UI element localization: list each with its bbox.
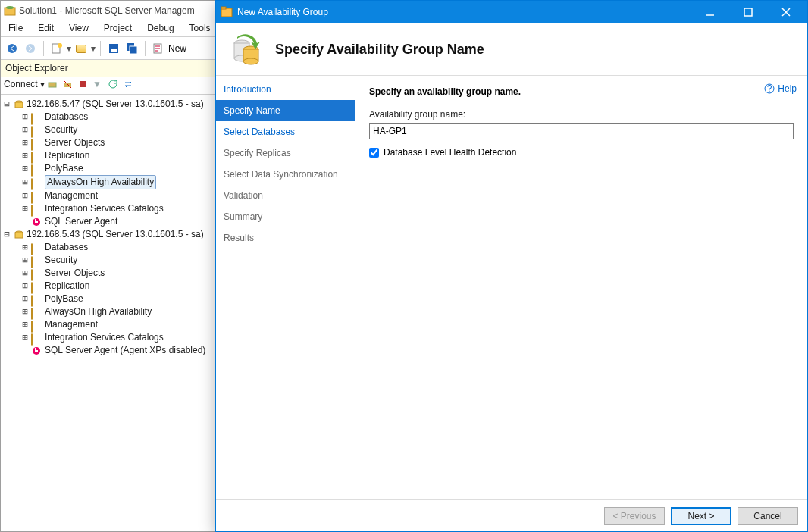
folder-icon <box>31 191 43 202</box>
menu-view[interactable]: View <box>61 20 96 36</box>
disconnect-icon[interactable] <box>62 79 76 92</box>
tree-label: SQL Server Agent <box>45 215 117 228</box>
svg-point-34 <box>243 58 258 64</box>
svg-rect-16 <box>15 102 23 108</box>
previous-button[interactable]: < Previous <box>604 507 665 525</box>
expand-icon[interactable]: ⊞ <box>20 280 30 293</box>
open-icon[interactable] <box>73 40 89 57</box>
svg-rect-11 <box>49 83 56 87</box>
folder-icon <box>31 151 43 161</box>
new-project-icon[interactable] <box>49 40 65 57</box>
dialog-title-text: New Availability Group <box>237 7 328 17</box>
wizard-step: Specify Replicas <box>216 142 355 164</box>
db-health-checkbox[interactable] <box>369 148 379 158</box>
server-icon <box>13 99 25 110</box>
folder-icon <box>31 294 43 305</box>
tree-label: Management <box>45 189 98 202</box>
folder-icon <box>31 333 43 343</box>
dialog-titlebar[interactable]: New Availability Group <box>216 1 807 23</box>
tree-label: Databases <box>45 111 88 124</box>
menu-tools[interactable]: Tools <box>182 20 218 36</box>
close-button[interactable] <box>769 2 803 23</box>
expand-icon[interactable]: ⊞ <box>20 111 30 124</box>
folder-icon <box>31 320 43 330</box>
sync-icon[interactable] <box>123 79 136 92</box>
svg-rect-9 <box>130 46 137 54</box>
wizard-step[interactable]: Introduction <box>216 79 355 100</box>
new-query-label[interactable]: New <box>168 43 186 54</box>
expand-icon[interactable]: ⊞ <box>20 149 30 162</box>
wizard-step[interactable]: Select Databases <box>216 121 355 142</box>
ssms-title-text: Solution1 - Microsoft SQL Server Managem <box>19 5 195 16</box>
wizard-content: ? Help Specify an availability group nam… <box>355 76 807 499</box>
expand-icon[interactable]: ⊞ <box>20 254 30 267</box>
new-query-icon[interactable] <box>150 40 167 57</box>
expand-icon[interactable]: ⊞ <box>20 176 30 189</box>
wizard-steps: IntroductionSpecify NameSelect Databases… <box>216 76 355 499</box>
save-all-icon[interactable] <box>124 40 140 57</box>
new-availability-group-dialog: New Availability Group Specify Availabil… <box>215 0 808 532</box>
expand-icon[interactable]: ⊞ <box>20 318 30 331</box>
tree-label: Security <box>45 254 77 267</box>
expand-icon[interactable]: ⊞ <box>20 189 30 202</box>
expand-icon[interactable]: ⊞ <box>20 162 30 175</box>
next-button[interactable]: Next > <box>671 507 731 525</box>
expand-icon[interactable]: ⊞ <box>20 305 30 318</box>
connect-label[interactable]: Connect ▾ <box>4 79 45 89</box>
menu-debug[interactable]: Debug <box>139 20 181 36</box>
tree-label: PolyBase <box>45 293 83 305</box>
tree-label: Security <box>45 124 77 136</box>
tree-label: Server Objects <box>45 136 105 149</box>
expand-icon[interactable]: ⊞ <box>20 293 30 305</box>
help-link[interactable]: ? Help <box>764 83 797 94</box>
folder-icon <box>31 268 43 279</box>
collapse-icon[interactable]: ⊟ <box>2 228 11 241</box>
folder-icon <box>31 138 43 149</box>
server-label: 192.168.5.47 (SQL Server 13.0.1601.5 - s… <box>27 98 204 111</box>
wizard-step: Summary <box>216 206 355 227</box>
chevron-down-icon[interactable]: ▾ <box>91 43 96 54</box>
help-label: Help <box>778 83 797 94</box>
connect-icon[interactable] <box>47 79 61 92</box>
ssms-icon <box>4 5 16 17</box>
filter-icon[interactable]: ▼ <box>92 79 106 92</box>
tree-label: Databases <box>45 241 88 254</box>
tree-label: AlwaysOn High Availability <box>45 175 156 189</box>
chevron-down-icon[interactable]: ▾ <box>67 43 71 54</box>
maximize-button[interactable] <box>731 2 765 23</box>
stop-icon[interactable] <box>77 79 91 92</box>
svg-rect-21 <box>15 233 23 238</box>
separator <box>145 41 146 56</box>
menu-edit[interactable]: Edit <box>30 20 61 36</box>
folder-icon <box>31 243 43 253</box>
expand-icon[interactable]: ⊞ <box>20 136 30 149</box>
separator <box>100 41 101 56</box>
cancel-button[interactable]: Cancel <box>738 507 798 525</box>
wizard-step: Validation <box>216 185 355 206</box>
folder-icon <box>31 112 43 123</box>
minimize-button[interactable] <box>694 2 727 23</box>
wizard-step: Results <box>216 227 355 249</box>
menu-project[interactable]: Project <box>96 20 139 36</box>
tree-label: Replication <box>45 149 89 162</box>
save-icon[interactable] <box>105 40 122 57</box>
svg-rect-25 <box>221 8 232 17</box>
refresh-icon[interactable] <box>108 79 121 92</box>
wizard-icon <box>228 31 265 67</box>
wizard-step: Specify Name <box>216 100 355 121</box>
tree-label: Server Objects <box>45 267 105 280</box>
collapse-icon[interactable]: ⊟ <box>2 98 11 111</box>
expand-icon[interactable]: ⊞ <box>20 124 30 136</box>
expand-icon[interactable]: ⊞ <box>20 241 30 254</box>
db-health-label: Database Level Health Detection <box>384 147 516 158</box>
expand-icon[interactable]: ⊞ <box>20 331 30 344</box>
ag-name-input[interactable] <box>369 123 794 139</box>
svg-rect-19 <box>35 221 38 223</box>
expand-icon[interactable]: ⊞ <box>20 267 30 280</box>
nav-back-icon[interactable] <box>4 40 20 57</box>
dialog-icon <box>221 6 233 18</box>
nav-fwd-icon[interactable] <box>22 40 39 57</box>
expand-icon[interactable]: ⊞ <box>20 202 30 215</box>
folder-icon <box>31 164 43 174</box>
menu-file[interactable]: File <box>1 20 30 36</box>
